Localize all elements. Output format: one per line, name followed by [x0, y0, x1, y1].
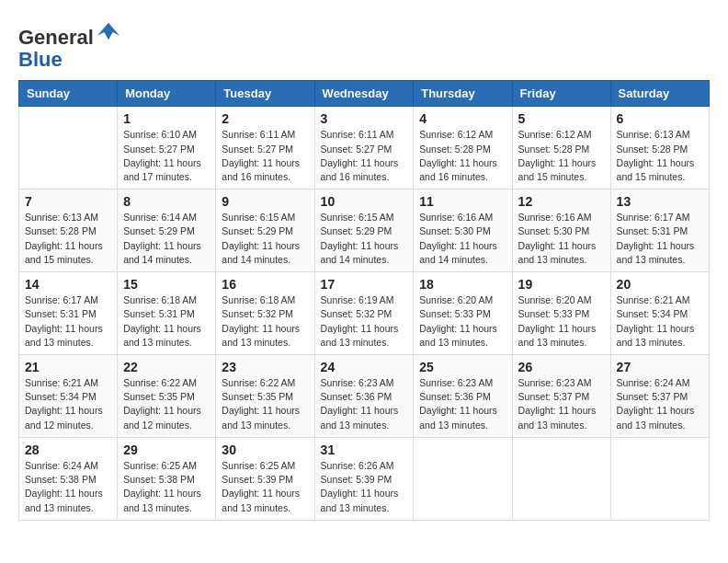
day-number: 8	[123, 194, 210, 209]
calendar-cell: 11Sunrise: 6:16 AM Sunset: 5:30 PM Dayli…	[414, 190, 512, 272]
day-number: 28	[25, 442, 111, 457]
calendar-cell: 2Sunrise: 6:11 AM Sunset: 5:27 PM Daylig…	[216, 107, 314, 190]
day-info: Sunrise: 6:24 AM Sunset: 5:38 PM Dayligh…	[25, 459, 111, 515]
day-number: 26	[518, 360, 605, 374]
calendar-cell: 13Sunrise: 6:17 AM Sunset: 5:31 PM Dayli…	[610, 190, 709, 272]
day-info: Sunrise: 6:23 AM Sunset: 5:37 PM Dayligh…	[518, 376, 605, 432]
day-number: 5	[518, 111, 605, 126]
calendar-cell: 26Sunrise: 6:23 AM Sunset: 5:37 PM Dayli…	[512, 355, 610, 438]
day-number: 6	[617, 111, 703, 126]
day-number: 7	[25, 194, 111, 209]
weekday-header-sunday: Sunday	[19, 81, 118, 107]
calendar-week-row: 14Sunrise: 6:17 AM Sunset: 5:31 PM Dayli…	[19, 272, 710, 355]
calendar-week-row: 28Sunrise: 6:24 AM Sunset: 5:38 PM Dayli…	[19, 437, 710, 520]
calendar-cell: 1Sunrise: 6:10 AM Sunset: 5:27 PM Daylig…	[118, 107, 216, 190]
day-info: Sunrise: 6:18 AM Sunset: 5:31 PM Dayligh…	[123, 293, 210, 350]
calendar-cell: 29Sunrise: 6:25 AM Sunset: 5:38 PM Dayli…	[118, 437, 216, 520]
day-number: 31	[321, 442, 408, 457]
weekday-header-friday: Friday	[512, 81, 610, 107]
day-info: Sunrise: 6:12 AM Sunset: 5:28 PM Dayligh…	[518, 128, 605, 184]
calendar-cell	[512, 437, 610, 520]
weekday-header-monday: Monday	[118, 81, 216, 107]
day-number: 20	[617, 277, 703, 292]
day-number: 27	[617, 360, 703, 374]
calendar-cell: 20Sunrise: 6:21 AM Sunset: 5:34 PM Dayli…	[610, 272, 709, 355]
day-number: 25	[419, 360, 506, 374]
weekday-header-tuesday: Tuesday	[216, 81, 314, 107]
day-number: 30	[222, 442, 308, 457]
logo-bird-icon	[96, 18, 121, 44]
calendar-cell	[414, 437, 512, 520]
day-info: Sunrise: 6:10 AM Sunset: 5:27 PM Dayligh…	[123, 128, 210, 184]
day-number: 24	[321, 360, 408, 374]
day-info: Sunrise: 6:14 AM Sunset: 5:29 PM Dayligh…	[123, 211, 210, 267]
day-info: Sunrise: 6:20 AM Sunset: 5:33 PM Dayligh…	[518, 293, 605, 350]
calendar-cell: 5Sunrise: 6:12 AM Sunset: 5:28 PM Daylig…	[512, 107, 610, 190]
calendar-week-row: 1Sunrise: 6:10 AM Sunset: 5:27 PM Daylig…	[19, 107, 710, 190]
day-number: 16	[222, 277, 308, 292]
day-info: Sunrise: 6:16 AM Sunset: 5:30 PM Dayligh…	[518, 211, 605, 267]
calendar-cell: 9Sunrise: 6:15 AM Sunset: 5:29 PM Daylig…	[216, 190, 314, 272]
calendar-cell: 14Sunrise: 6:17 AM Sunset: 5:31 PM Dayli…	[19, 272, 118, 355]
calendar-cell: 10Sunrise: 6:15 AM Sunset: 5:29 PM Dayli…	[314, 190, 414, 272]
calendar-cell	[610, 437, 709, 520]
calendar-cell: 24Sunrise: 6:23 AM Sunset: 5:36 PM Dayli…	[314, 355, 414, 438]
day-number: 12	[518, 194, 605, 209]
weekday-header-wednesday: Wednesday	[314, 81, 414, 107]
calendar-cell: 17Sunrise: 6:19 AM Sunset: 5:32 PM Dayli…	[314, 272, 414, 355]
day-info: Sunrise: 6:23 AM Sunset: 5:36 PM Dayligh…	[419, 376, 506, 432]
calendar-cell: 15Sunrise: 6:18 AM Sunset: 5:31 PM Dayli…	[118, 272, 216, 355]
calendar-cell: 22Sunrise: 6:22 AM Sunset: 5:35 PM Dayli…	[118, 355, 216, 438]
calendar-cell: 25Sunrise: 6:23 AM Sunset: 5:36 PM Dayli…	[414, 355, 512, 438]
day-number: 13	[617, 194, 703, 209]
day-info: Sunrise: 6:11 AM Sunset: 5:27 PM Dayligh…	[321, 128, 408, 184]
calendar-cell: 21Sunrise: 6:21 AM Sunset: 5:34 PM Dayli…	[19, 355, 118, 438]
day-info: Sunrise: 6:21 AM Sunset: 5:34 PM Dayligh…	[25, 376, 111, 432]
day-info: Sunrise: 6:16 AM Sunset: 5:30 PM Dayligh…	[419, 211, 506, 267]
logo-general: General	[18, 26, 94, 49]
day-info: Sunrise: 6:13 AM Sunset: 5:28 PM Dayligh…	[617, 128, 703, 184]
day-number: 23	[222, 360, 308, 374]
page-header: General Blue	[18, 18, 710, 71]
day-number: 10	[321, 194, 408, 209]
calendar-cell: 19Sunrise: 6:20 AM Sunset: 5:33 PM Dayli…	[512, 272, 610, 355]
calendar-cell: 4Sunrise: 6:12 AM Sunset: 5:28 PM Daylig…	[414, 107, 512, 190]
day-number: 11	[419, 194, 506, 209]
calendar-cell: 18Sunrise: 6:20 AM Sunset: 5:33 PM Dayli…	[414, 272, 512, 355]
day-number: 19	[518, 277, 605, 292]
day-number: 4	[419, 111, 506, 126]
day-info: Sunrise: 6:17 AM Sunset: 5:31 PM Dayligh…	[617, 211, 703, 267]
logo: General Blue	[18, 18, 121, 71]
day-info: Sunrise: 6:22 AM Sunset: 5:35 PM Dayligh…	[123, 376, 210, 432]
day-number: 29	[123, 442, 210, 457]
day-info: Sunrise: 6:15 AM Sunset: 5:29 PM Dayligh…	[222, 211, 308, 267]
calendar-cell: 8Sunrise: 6:14 AM Sunset: 5:29 PM Daylig…	[118, 190, 216, 272]
day-number: 3	[321, 111, 408, 126]
day-info: Sunrise: 6:18 AM Sunset: 5:32 PM Dayligh…	[222, 293, 308, 350]
day-info: Sunrise: 6:25 AM Sunset: 5:39 PM Dayligh…	[222, 459, 308, 515]
calendar-cell: 30Sunrise: 6:25 AM Sunset: 5:39 PM Dayli…	[216, 437, 314, 520]
calendar-cell	[19, 107, 118, 190]
day-info: Sunrise: 6:24 AM Sunset: 5:37 PM Dayligh…	[617, 376, 703, 432]
day-number: 18	[419, 277, 506, 292]
day-info: Sunrise: 6:17 AM Sunset: 5:31 PM Dayligh…	[25, 293, 111, 350]
calendar-cell: 12Sunrise: 6:16 AM Sunset: 5:30 PM Dayli…	[512, 190, 610, 272]
calendar-cell: 7Sunrise: 6:13 AM Sunset: 5:28 PM Daylig…	[19, 190, 118, 272]
day-number: 1	[123, 111, 210, 126]
day-info: Sunrise: 6:12 AM Sunset: 5:28 PM Dayligh…	[419, 128, 506, 184]
day-number: 22	[123, 360, 210, 374]
day-number: 2	[222, 111, 308, 126]
day-number: 17	[321, 277, 408, 292]
calendar-week-row: 7Sunrise: 6:13 AM Sunset: 5:28 PM Daylig…	[19, 190, 710, 272]
calendar-cell: 27Sunrise: 6:24 AM Sunset: 5:37 PM Dayli…	[610, 355, 709, 438]
day-info: Sunrise: 6:25 AM Sunset: 5:38 PM Dayligh…	[123, 459, 210, 515]
day-number: 21	[25, 360, 111, 374]
day-info: Sunrise: 6:23 AM Sunset: 5:36 PM Dayligh…	[321, 376, 408, 432]
calendar-table: SundayMondayTuesdayWednesdayThursdayFrid…	[18, 80, 710, 520]
day-info: Sunrise: 6:26 AM Sunset: 5:39 PM Dayligh…	[321, 459, 408, 515]
calendar-cell: 6Sunrise: 6:13 AM Sunset: 5:28 PM Daylig…	[610, 107, 709, 190]
day-info: Sunrise: 6:22 AM Sunset: 5:35 PM Dayligh…	[222, 376, 308, 432]
calendar-week-row: 21Sunrise: 6:21 AM Sunset: 5:34 PM Dayli…	[19, 355, 710, 438]
calendar-cell: 31Sunrise: 6:26 AM Sunset: 5:39 PM Dayli…	[314, 437, 414, 520]
day-info: Sunrise: 6:13 AM Sunset: 5:28 PM Dayligh…	[25, 211, 111, 267]
